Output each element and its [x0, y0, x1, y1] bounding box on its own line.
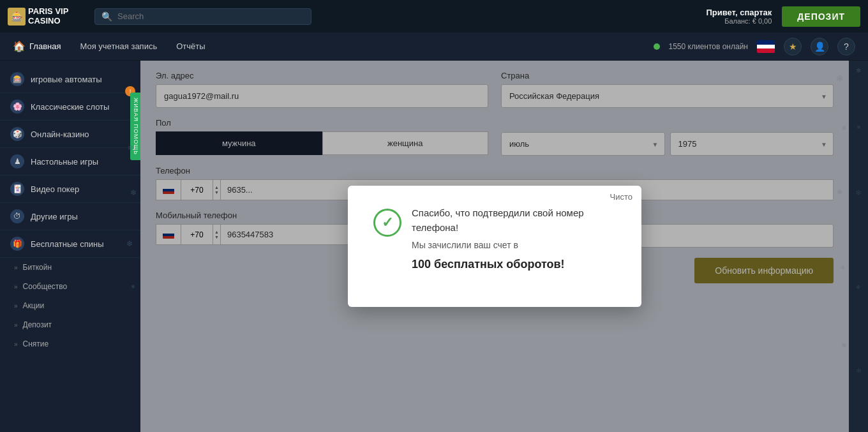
sidebar-sub-deposit[interactable]: » Депозит — [0, 315, 140, 334]
sidebar-item-classic[interactable]: 🌸 Классические слоты — [0, 93, 140, 121]
sidebar-item-video-poker[interactable]: 🃏 Видео покер — [0, 175, 140, 203]
right-panel: ❄ ❄ ❄ ❄ ❄ — [849, 61, 868, 432]
sidebar-sub-community[interactable]: » Сообщество — [0, 277, 140, 296]
right-snowflake3: ❄ — [855, 188, 862, 197]
right-snowflake4: ❄ — [856, 284, 861, 290]
arrow-icon: » — [14, 302, 18, 309]
arrow-icon: » — [14, 264, 18, 271]
right-snowflake: ❄ — [856, 67, 861, 74]
favorites-button[interactable]: ★ — [784, 38, 802, 56]
logo-icon: 🎰 — [8, 8, 26, 26]
sidebar-item-table[interactable]: ♟ Настольные игры — [0, 148, 140, 175]
modal-text: Спасибо, что подтвердили свой номер теле… — [412, 206, 616, 271]
sidebar-item-casino[interactable]: 🎲 Онлайн-казино — [0, 121, 140, 148]
modal-close-button[interactable]: Чисто — [610, 192, 632, 202]
nav-account[interactable]: Моя учетная запись — [80, 41, 157, 51]
sidebar: 🎰 игровые автоматы 🌸 Классические слоты … — [0, 61, 140, 432]
logo: 🎰 PARIS VIP CASINO — [8, 7, 84, 26]
online-indicator — [654, 43, 660, 50]
top-bar-right: Привет, спартак Баланс: € 0,00 ДЕПОЗИТ — [706, 6, 860, 27]
nav-reports[interactable]: Отчёты — [176, 41, 205, 51]
modal-header: Спасибо, что подтвердили свой номер теле… — [373, 206, 616, 271]
live-help-button[interactable]: ЖИВАЯ ПОМОЩЬ — [130, 93, 140, 160]
nav-home[interactable]: 🏠 Главная — [13, 40, 61, 52]
sidebar-item-other[interactable]: ⏱ Другие игры — [0, 203, 140, 230]
nav-bar: 🏠 Главная Моя учетная запись Отчёты 1550… — [0, 33, 868, 61]
sidebar-sub-bitcoin[interactable]: » Биткойн — [0, 258, 140, 277]
sidebar-item-free-spins[interactable]: 🎁 Бесплатные спины — [0, 230, 140, 258]
arrow-icon: » — [14, 322, 18, 329]
search-box[interactable]: 🔍 — [94, 8, 311, 25]
language-flag[interactable] — [757, 40, 775, 53]
table-icon: ♟ — [10, 154, 24, 168]
sidebar-item-slots[interactable]: 🎰 игровые автоматы — [0, 66, 140, 93]
help-button[interactable]: ? — [837, 38, 855, 56]
modal-credited: Мы зачислили ваш счет в — [412, 240, 616, 250]
greeting: Привет, спартак Баланс: € 0,00 — [706, 8, 772, 25]
right-snowflake2: ❄ — [857, 124, 861, 130]
check-icon — [373, 209, 401, 237]
search-icon: 🔍 — [101, 11, 112, 22]
casino-icon: 🎲 — [10, 127, 24, 141]
nav-right: 1550 клиентов онлайн ★ 👤 ? — [654, 38, 855, 56]
logo-text: PARIS VIP CASINO — [28, 7, 68, 26]
other-icon: ⏱ — [10, 209, 24, 223]
modal-box: Чисто Спасибо, что подтвердили свой номе… — [348, 186, 641, 307]
arrow-icon: » — [14, 341, 18, 348]
modal-overlay: Чисто Спасибо, что подтвердили свой номе… — [140, 61, 849, 432]
deposit-button[interactable]: ДЕПОЗИТ — [782, 6, 860, 27]
video-poker-icon: 🃏 — [10, 182, 24, 196]
modal-subtitle: Спасибо, что подтвердили свой номер теле… — [412, 206, 616, 235]
main-layout: 🎰 игровые автоматы 🌸 Классические слоты … — [0, 61, 868, 432]
right-snowflake5: ❄ — [856, 367, 862, 375]
search-input[interactable] — [117, 11, 304, 21]
account-button[interactable]: 👤 — [811, 38, 828, 56]
home-icon: 🏠 — [13, 40, 26, 52]
slots-icon: 🎰 — [10, 72, 24, 86]
free-spins-icon: 🎁 — [10, 237, 24, 251]
content-area: Эл. адрес Страна Российская Федерация По… — [140, 61, 849, 432]
top-bar: 🎰 PARIS VIP CASINO 🔍 Привет, спартак Бал… — [0, 0, 868, 33]
modal-spins: 100 бесплатных оборотов! — [412, 258, 616, 271]
arrow-icon: » — [14, 283, 18, 290]
sidebar-sub-withdrawal[interactable]: » Снятие — [0, 334, 140, 354]
classic-icon: 🌸 — [10, 100, 24, 114]
sidebar-sub-promotions[interactable]: » Акции — [0, 296, 140, 315]
